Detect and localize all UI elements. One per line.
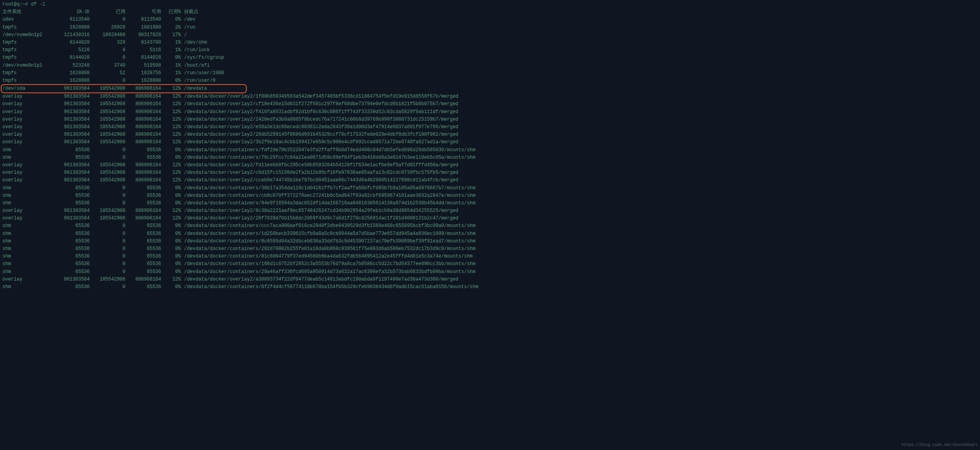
cell-used: 4 (90, 46, 125, 54)
df-row: shm655360655360%/devdata/docker/containe… (2, 283, 978, 291)
cell-mount: /devdata/docker/containers/76c29fcc7c84a… (181, 154, 476, 162)
df-row: overlay96130358410554290880690616412%/de… (2, 123, 978, 131)
df-row: overlay96130358410554290880690616412%/de… (2, 169, 978, 177)
cell-usepct: 0% (161, 253, 181, 260)
cell-used: 0 (90, 185, 125, 192)
cell-filesystem: tmpfs (2, 46, 54, 54)
cell-filesystem: overlay (2, 207, 54, 215)
cell-size: 961303584 (54, 138, 90, 146)
cell-size: 65536 (54, 253, 90, 260)
cell-used: 328 (90, 39, 125, 46)
cell-size: 65536 (54, 200, 90, 207)
cell-size: 65536 (54, 283, 90, 291)
cell-filesystem: tmpfs (2, 77, 54, 85)
cell-avail: 806906164 (125, 116, 161, 123)
cell-usepct: 0% (161, 16, 181, 23)
cell-mount: /devdata/docker/overlay2/2420edfa3b0a888… (181, 116, 458, 123)
cell-mount: /devdata/docker/containers/166d1c6752bf2… (181, 260, 476, 268)
hdr-avail: 可用 (125, 8, 161, 16)
cell-filesystem: overlay (2, 116, 54, 123)
cell-avail: 806906164 (125, 138, 161, 146)
cell-avail: 65536 (125, 154, 161, 162)
cell-usepct: 12% (161, 207, 181, 215)
cell-filesystem: overlay (2, 138, 54, 146)
df-row: shm655360655360%/devdata/docker/containe… (2, 154, 978, 162)
cell-usepct: 12% (161, 138, 181, 146)
cell-filesystem: shm (2, 185, 54, 192)
cell-avail: 65536 (125, 222, 161, 230)
cell-usepct: 12% (161, 123, 181, 131)
cell-filesystem: /dev/nvme0n1p1 (2, 62, 54, 69)
cell-mount: /devdata/docker/containers/ccc7aca980aef… (181, 222, 476, 230)
cell-size: 961303584 (54, 123, 90, 131)
df-row: shm655360655360%/devdata/docker/containe… (2, 185, 978, 192)
cell-mount: /devdata/docker/overlay2/c0d15fc15198de2… (181, 169, 458, 177)
shell-prompt[interactable]: root@q:~# df -l (2, 1, 978, 8)
cell-size: 961303584 (54, 169, 90, 177)
df-row: overlay96130358410554290880690616412%/de… (2, 207, 978, 215)
hdr-mount: 挂载点 (181, 8, 198, 16)
df-row: overlay96130358410554290880690616412%/de… (2, 177, 978, 184)
prompt-text: root@q:~# df -l (2, 2, 45, 7)
cell-used: 105542908 (90, 138, 125, 146)
cell-avail: 806906164 (125, 276, 161, 283)
cell-filesystem: overlay (2, 169, 54, 177)
cell-used: 105542908 (90, 169, 125, 177)
cell-avail: 806906164 (125, 162, 161, 169)
cell-mount: /devdata/docker/overlay2/cceb9e744745b1b… (181, 177, 458, 184)
cell-filesystem: overlay (2, 162, 54, 169)
cell-mount: /devdata/docker/containers/1d250becb3396… (181, 230, 476, 238)
cell-mount: /devdata/docker/containers/8f2f4d4cf5677… (181, 283, 478, 291)
cell-mount: /devdata/docker/containers/fdf2de79b3522… (181, 146, 476, 154)
cell-mount: /devdata/docker/overlay2/20f7839d7bb15b8… (181, 215, 458, 222)
hdr-usepct: 已用% (161, 8, 181, 16)
cell-used: 3740 (90, 62, 125, 69)
cell-mount: /run (181, 24, 196, 31)
cell-size: 961303584 (54, 85, 90, 92)
cell-mount: /devdata/docker/containers/01c6004779f37… (181, 253, 473, 260)
cell-size: 961303584 (54, 108, 90, 116)
cell-used: 105542908 (90, 116, 125, 123)
cell-mount: /devdata/docker/overlay2/1f00b850349583a… (181, 93, 458, 100)
cell-filesystem: tmpfs (2, 24, 54, 31)
cell-mount: /boot/efi (181, 62, 210, 69)
cell-used: 0 (90, 268, 125, 276)
cell-mount: /sys/fs/cgroup (181, 54, 224, 62)
cell-mount: /devdata/docker/containers/29a46aff336fc… (181, 268, 476, 276)
cell-size: 523248 (54, 62, 90, 69)
cell-filesystem: tmpfs (2, 69, 54, 77)
hdr-blocks: 1K-块 (54, 8, 90, 16)
cell-avail: 806906164 (125, 131, 161, 138)
cell-avail: 806906164 (125, 93, 161, 100)
cell-used: 0 (90, 200, 125, 207)
cell-avail: 65536 (125, 238, 161, 245)
cell-mount: /devdata/docker/overlay2/f416fa8531adbf8… (181, 108, 458, 116)
df-row: overlay96130358410554290880690616412%/de… (2, 100, 978, 108)
df-row: overlay96130358410554290880690616412%/de… (2, 93, 978, 100)
cell-avail: 65536 (125, 185, 161, 192)
cell-avail: 519508 (125, 62, 161, 69)
hdr-filesystem: 文件系统 (2, 8, 54, 16)
cell-filesystem: overlay (2, 123, 54, 131)
cell-filesystem: shm (2, 268, 54, 276)
cell-usepct: 12% (161, 100, 181, 108)
cell-mount: /dev/shm (181, 39, 207, 46)
cell-size: 121438316 (54, 31, 90, 39)
cell-usepct: 1% (161, 69, 181, 77)
cell-avail: 806906164 (125, 100, 161, 108)
cell-size: 65536 (54, 192, 90, 200)
cell-used: 105542908 (90, 123, 125, 131)
cell-filesystem: shm (2, 283, 54, 291)
cell-avail: 806906164 (125, 207, 161, 215)
df-row: udev8113540081135400%/dev (2, 16, 978, 23)
cell-filesystem: /dev/nvme0n1p2 (2, 31, 54, 39)
cell-avail: 65536 (125, 200, 161, 207)
cell-size: 961303584 (54, 215, 90, 222)
cell-used: 26928 (90, 24, 125, 31)
cell-filesystem: shm (2, 200, 54, 207)
cell-size: 961303584 (54, 177, 90, 184)
cell-filesystem: /dev/sda (2, 85, 54, 92)
cell-avail: 65536 (125, 245, 161, 253)
cell-size: 8113540 (54, 16, 90, 23)
cell-size: 65536 (54, 245, 90, 253)
